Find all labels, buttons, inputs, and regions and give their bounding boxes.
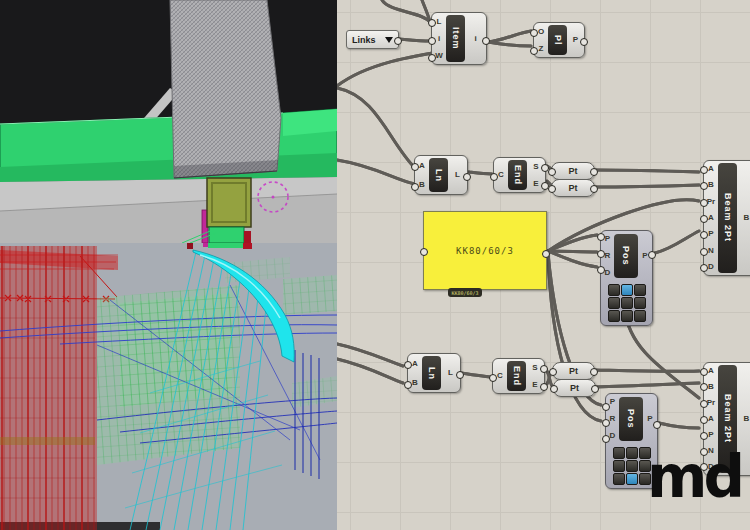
input-port[interactable]	[700, 199, 708, 207]
output-port[interactable]	[590, 168, 598, 176]
component-label: Item	[451, 27, 461, 50]
input-port[interactable]	[548, 185, 556, 193]
input-port[interactable]	[602, 403, 610, 411]
input-port[interactable]	[428, 19, 436, 27]
input-port[interactable]	[530, 47, 538, 55]
input-port[interactable]	[530, 29, 538, 37]
panel-text: KK80/60/3	[456, 246, 514, 256]
anchor-selector-grid	[608, 284, 646, 322]
input-label: R	[605, 252, 611, 260]
output-port[interactable]	[456, 371, 464, 379]
anchor-button[interactable]	[608, 284, 620, 296]
input-port[interactable]	[700, 166, 708, 174]
param-point[interactable]: Pt	[552, 362, 595, 380]
input-label: D	[708, 263, 714, 271]
input-label: P	[605, 235, 610, 243]
output-port[interactable]	[580, 38, 588, 46]
input-port[interactable]	[428, 37, 436, 45]
component-pos-mid[interactable]: P R D Pos P	[600, 230, 653, 326]
anchor-button-selected[interactable]	[621, 284, 633, 296]
input-port[interactable]	[548, 168, 556, 176]
output-label: L	[448, 369, 453, 377]
input-port[interactable]	[428, 54, 436, 62]
anchor-button[interactable]	[613, 460, 625, 472]
input-port[interactable]	[404, 381, 412, 389]
viewport-shaded-3d[interactable]	[0, 0, 337, 243]
input-port[interactable]	[700, 182, 708, 190]
anchor-button[interactable]	[608, 297, 620, 309]
input-port[interactable]	[700, 400, 708, 408]
component-line-mid[interactable]: A B Ln L	[414, 155, 468, 195]
param-point[interactable]: Pt	[553, 379, 596, 397]
anchor-button[interactable]	[634, 284, 646, 296]
input-port[interactable]	[597, 233, 605, 241]
input-port[interactable]	[700, 264, 708, 272]
input-port[interactable]	[411, 163, 419, 171]
anchor-button[interactable]	[634, 297, 646, 309]
component-label: End	[513, 165, 523, 185]
input-port[interactable]	[700, 416, 708, 424]
output-port[interactable]	[590, 185, 598, 193]
component-label: Beam 2Pt	[723, 193, 733, 242]
output-port[interactable]	[542, 250, 550, 258]
output-port[interactable]	[394, 37, 402, 45]
output-port[interactable]	[591, 385, 599, 393]
output-label: S	[532, 364, 537, 372]
input-port[interactable]	[597, 266, 605, 274]
output-port[interactable]	[540, 383, 548, 391]
anchor-button[interactable]	[613, 473, 625, 485]
component-plane[interactable]: O Z Pl P	[533, 22, 585, 58]
input-port[interactable]	[550, 385, 558, 393]
output-port[interactable]	[648, 251, 656, 259]
output-port[interactable]	[590, 368, 598, 376]
input-label: Pr	[707, 399, 715, 407]
component-list-item[interactable]: L i W Item i	[431, 12, 487, 65]
anchor-button-selected[interactable]	[626, 473, 638, 485]
anchor-button[interactable]	[608, 310, 620, 322]
input-port[interactable]	[420, 248, 428, 256]
output-port[interactable]	[463, 173, 471, 181]
grasshopper-canvas[interactable]: Links L i W Item i O Z Pl P A B L	[337, 0, 750, 530]
md-watermark-text: md	[647, 443, 741, 511]
anchor-button[interactable]	[613, 447, 625, 459]
anchor-button[interactable]	[626, 460, 638, 472]
output-port[interactable]	[653, 421, 661, 429]
input-port[interactable]	[700, 383, 708, 391]
input-port[interactable]	[411, 183, 419, 191]
input-label: A	[412, 360, 418, 368]
input-port[interactable]	[700, 231, 708, 239]
input-port[interactable]	[700, 432, 708, 440]
input-port[interactable]	[597, 250, 605, 258]
anchor-button[interactable]	[621, 310, 633, 322]
input-port[interactable]	[602, 419, 610, 427]
anchor-button[interactable]	[621, 297, 633, 309]
input-port[interactable]	[549, 368, 557, 376]
panel-name-badge: KK80/60/3	[448, 288, 482, 297]
param-label: Pt	[569, 366, 578, 376]
input-port[interactable]	[700, 215, 708, 223]
param-point[interactable]: Pt	[551, 162, 595, 180]
input-port[interactable]	[700, 248, 708, 256]
input-port[interactable]	[404, 361, 412, 369]
output-port[interactable]	[482, 37, 490, 45]
anchor-button[interactable]	[634, 310, 646, 322]
viewport-wireframe-3d[interactable]	[0, 243, 337, 530]
input-port[interactable]	[490, 173, 498, 181]
input-port[interactable]	[489, 374, 497, 382]
param-point[interactable]: Pt	[551, 179, 595, 197]
input-label: R	[610, 415, 616, 423]
component-beam2pt-mid[interactable]: A B Pr A P N D Beam 2Pt B	[703, 160, 750, 276]
olive-node-box	[207, 178, 251, 227]
component-endpoints-mid[interactable]: C End S E	[493, 157, 546, 193]
input-port[interactable]	[602, 435, 610, 443]
text-panel[interactable]: KK80/60/3	[423, 211, 547, 290]
component-name-block: Beam 2Pt	[718, 163, 737, 273]
output-port[interactable]	[540, 365, 548, 373]
anchor-button[interactable]	[626, 447, 638, 459]
component-endpoints-bottom[interactable]: C End S E	[492, 358, 545, 394]
links-dropdown[interactable]: Links	[346, 30, 399, 49]
input-port[interactable]	[700, 368, 708, 376]
chevron-down-icon	[385, 37, 393, 43]
input-label: N	[708, 247, 714, 255]
component-line-bottom[interactable]: A B Ln L	[407, 353, 461, 393]
